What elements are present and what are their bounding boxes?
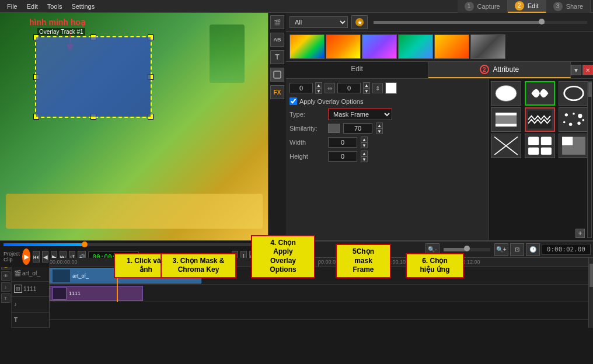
h-spin-down[interactable]: ▼ xyxy=(361,156,368,162)
tl-video-icon: 🎬 xyxy=(14,270,21,276)
tl-zoom-in[interactable]: 🔍+ xyxy=(494,243,508,256)
flip-v-btn[interactable]: ⇕ xyxy=(372,83,383,93)
mask-thumb-7[interactable] xyxy=(491,134,521,158)
tab-edit[interactable]: 2 Edit xyxy=(508,0,546,13)
tab-attribute-panel[interactable]: 2 Attribute xyxy=(428,62,571,78)
tl-audio-track[interactable] xyxy=(50,302,588,320)
spin-down-2[interactable]: ▼ xyxy=(363,88,370,94)
similarity-row: Similarity: ▲ ▼ xyxy=(289,123,484,134)
w-spin-up[interactable]: ▲ xyxy=(361,136,368,142)
sim-spin-down[interactable]: ▼ xyxy=(376,128,383,134)
panel-close-btn[interactable]: ✕ xyxy=(582,65,593,75)
thumb-6[interactable] xyxy=(470,34,505,59)
color-picker[interactable] xyxy=(385,82,397,94)
height-input[interactable] xyxy=(328,151,357,162)
apply-overlay-checkbox[interactable] xyxy=(289,97,297,105)
tl-zoom-handle[interactable] xyxy=(464,246,470,251)
apply-overlay-row: Apply Overlay Options xyxy=(289,97,484,105)
menu-tools[interactable]: Tools xyxy=(43,2,67,11)
filter-icon-btn[interactable]: ★ xyxy=(351,15,368,29)
tl-eye-icon[interactable]: 👁 xyxy=(1,271,11,281)
tl-vscroll-thumb[interactable] xyxy=(589,264,593,287)
type-select[interactable]: Mask Frame Chroma Key None xyxy=(328,108,392,120)
spin-down-1[interactable]: ▼ xyxy=(315,88,322,94)
sidebar-icon-media[interactable]: 🎬 xyxy=(270,15,284,29)
mask-thumb-8[interactable] xyxy=(525,134,555,158)
preview-area[interactable]: hình minh hoạ Overlay Track #1 xyxy=(0,13,268,240)
tl-clip-name-overlay: 1111 xyxy=(23,286,36,292)
num-input-2[interactable] xyxy=(337,83,361,93)
type-row: Type: Mask Frame Chroma Key None xyxy=(289,108,484,120)
tl-vscroll[interactable] xyxy=(588,258,593,328)
add-mask-btn[interactable]: + xyxy=(575,229,585,238)
svg-point-4 xyxy=(496,85,517,101)
mask-thumb-3[interactable] xyxy=(559,81,589,106)
tab-share[interactable]: 3 Share xyxy=(546,0,591,13)
thumb-4[interactable] xyxy=(398,34,433,59)
svg-point-5 xyxy=(564,86,584,100)
sidebar-icon-ab[interactable]: AB xyxy=(270,33,284,47)
menu-file[interactable]: File xyxy=(2,2,22,11)
menu-edit[interactable]: Edit xyxy=(22,2,43,11)
edit-attr-tabs: Edit 2 Attribute ▼ ✕ xyxy=(286,62,593,79)
svg-point-16 xyxy=(577,122,580,125)
similarity-color[interactable] xyxy=(328,124,340,133)
thumbnails-row xyxy=(286,32,593,62)
width-row: Width ▲ ▼ xyxy=(289,136,484,148)
h-spin-up[interactable]: ▲ xyxy=(361,150,368,156)
sidebar-icon-fx[interactable]: FX xyxy=(270,85,284,99)
tl-clock-btn[interactable]: 🕐 xyxy=(526,243,540,256)
overlay-box[interactable]: Overlay Track #1 xyxy=(35,36,152,118)
tl-label-video: 🎬 art_of_ xyxy=(12,266,49,281)
annotation-step5: 5ChọnmaskFrame xyxy=(336,244,391,278)
progress-handle[interactable] xyxy=(82,242,88,247)
mask-thumb-6[interactable] xyxy=(559,107,589,132)
thumb-3[interactable] xyxy=(362,34,397,59)
annotation-step3: 3. Chọn Mask &Chroma Key xyxy=(161,253,236,278)
filter-slider[interactable] xyxy=(374,21,587,24)
tl-text-side-icon[interactable]: T xyxy=(1,293,11,303)
project-clip-labels: Project Clip xyxy=(4,251,20,262)
flip-h-btn[interactable]: ⇔ xyxy=(325,83,335,93)
main-content: hình minh hoạ Overlay Track #1 xyxy=(0,13,593,240)
tab-edit-panel[interactable]: Edit xyxy=(286,62,428,78)
thumb-1[interactable] xyxy=(289,34,325,59)
bg-tree xyxy=(210,24,245,83)
panel-actions: ▼ ✕ xyxy=(571,62,593,78)
tab-capture[interactable]: 1 Capture xyxy=(458,0,508,13)
tl-label-text: T xyxy=(12,313,49,328)
tl-overlay-clip[interactable]: 1111 xyxy=(50,286,143,301)
tl-zoom-slider[interactable] xyxy=(444,248,490,251)
prev-button[interactable]: ⏮ xyxy=(33,251,40,262)
annotation-title: hình minh hoạ xyxy=(29,18,86,27)
spin-up-2[interactable]: ▲ xyxy=(363,82,370,88)
width-input[interactable] xyxy=(328,137,357,148)
thumb-5[interactable] xyxy=(434,34,469,59)
mask-thumb-5[interactable] xyxy=(525,107,555,132)
mask-thumb-9[interactable] xyxy=(559,134,589,158)
tl-overlay-track[interactable]: 1111 xyxy=(50,285,588,302)
tl-fit-btn[interactable]: ⊡ xyxy=(510,243,524,256)
sidebar-icon-text[interactable]: T xyxy=(270,50,284,64)
mask-thumb-2[interactable] xyxy=(525,81,555,106)
sim-spin-up[interactable]: ▲ xyxy=(376,123,383,128)
step-back-button[interactable]: ◀ xyxy=(42,251,48,262)
filter-dropdown[interactable]: All Video Audio xyxy=(289,16,348,28)
svg-rect-8 xyxy=(496,124,517,127)
sidebar-icon-mask[interactable] xyxy=(270,68,284,82)
progress-track[interactable] xyxy=(4,243,264,246)
w-spin-down[interactable]: ▼ xyxy=(361,142,368,148)
menu-settings[interactable]: Settings xyxy=(67,2,99,11)
num-input-1[interactable] xyxy=(289,83,313,93)
width-label: Width xyxy=(289,139,325,146)
mask-scroll-thumb[interactable] xyxy=(588,82,592,97)
mask-thumb-1[interactable] xyxy=(491,81,521,106)
mask-thumb-4[interactable] xyxy=(491,107,521,132)
similarity-input[interactable] xyxy=(343,123,372,134)
tl-audio-side-icon[interactable]: ♪ xyxy=(1,282,11,292)
thumb-2[interactable] xyxy=(326,34,361,59)
play-button[interactable]: ▶ xyxy=(22,249,30,265)
mask-scrollbar[interactable] xyxy=(587,81,592,238)
panel-expand-btn[interactable]: ▼ xyxy=(571,65,581,75)
spin-up-1[interactable]: ▲ xyxy=(315,82,322,88)
